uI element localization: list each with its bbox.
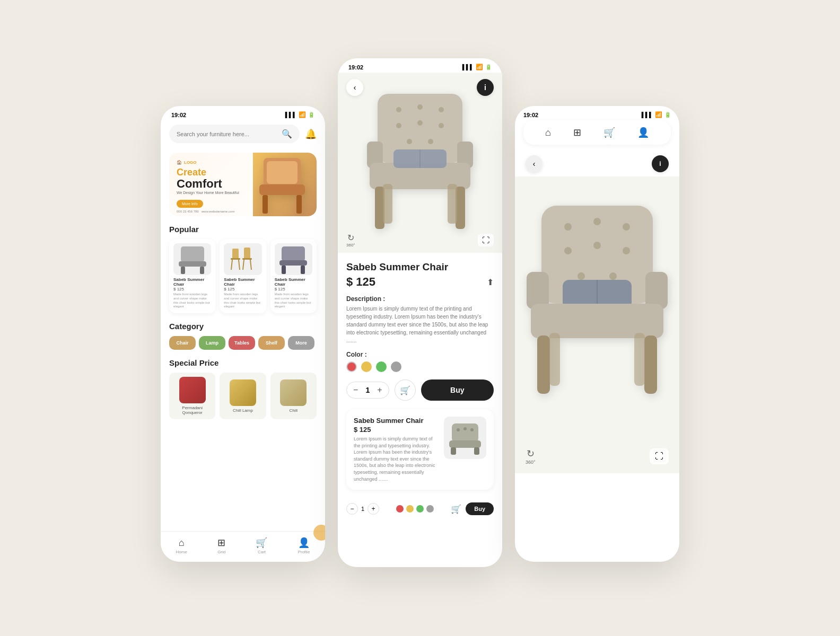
svg-rect-63 <box>634 333 645 386</box>
mini-decrease-button[interactable]: − <box>346 503 358 515</box>
list-item[interactable]: Permadani Qonqueror <box>169 373 215 419</box>
svg-point-53 <box>578 272 585 280</box>
rotate-360-button[interactable]: ↻ 360° <box>346 233 355 248</box>
color-option-green[interactable] <box>376 361 387 372</box>
mini-product-image <box>444 417 486 459</box>
signal-icon: ▌▌▌ <box>285 112 296 118</box>
mini-color-selector <box>396 505 434 513</box>
info-button[interactable]: i <box>477 79 494 96</box>
banner-image <box>253 153 317 216</box>
category-chip-more[interactable]: More <box>288 336 314 350</box>
svg-rect-4 <box>267 161 298 184</box>
svg-rect-44 <box>451 447 456 455</box>
search-input[interactable] <box>177 131 277 137</box>
back-button-3[interactable]: ‹ <box>526 155 542 172</box>
banner-cta-button[interactable]: More Info <box>177 200 203 208</box>
decoration-blob <box>313 525 325 541</box>
svg-rect-20 <box>301 266 305 274</box>
color-option-gray[interactable] <box>391 361 401 372</box>
quantity-increase-button[interactable]: + <box>377 385 382 395</box>
home-nav-icon[interactable]: ⌂ <box>545 127 551 138</box>
mini-buy-button[interactable]: Buy <box>466 502 494 515</box>
search-icon: 🔍 <box>282 129 292 139</box>
svg-point-23 <box>417 104 423 110</box>
category-chip-tables[interactable]: Tables <box>229 336 255 350</box>
expand-button[interactable]: ⛶ <box>650 448 669 464</box>
status-icons-1: ▌▌▌ 📶 🔋 <box>285 111 314 118</box>
bottom-nav-1: ⌂ Home ⊞ Grid 🛒 Cart 👤 Profile <box>161 531 325 562</box>
popular-title: Popular <box>169 225 317 234</box>
fullscreen-button[interactable]: ⛶ <box>478 234 494 246</box>
nav-grid[interactable]: ⊞ Grid <box>217 537 225 554</box>
mini-color-green[interactable] <box>416 505 424 513</box>
svg-rect-37 <box>383 184 392 224</box>
phone-home: 19:02 ▌▌▌ 📶 🔋 🔍 🔔 🏠LOGO Create Comfort W… <box>161 106 325 562</box>
top-navigation-bar: ⌂ ⊞ 🛒 👤 <box>523 120 671 145</box>
nav-home[interactable]: ⌂ Home <box>176 537 187 554</box>
mini-color-gray[interactable] <box>426 505 434 513</box>
grid-nav-icon[interactable]: ⊞ <box>573 127 581 138</box>
nav-cart[interactable]: 🛒 Cart <box>256 537 267 554</box>
category-chip-shelf[interactable]: Shelf <box>258 336 285 350</box>
rotate-360-button-3[interactable]: ↻ 360° <box>526 448 536 465</box>
quantity-decrease-button[interactable]: − <box>353 385 358 395</box>
mini-product-price: $ 125 <box>354 426 438 434</box>
buy-button[interactable]: Buy <box>421 379 494 401</box>
svg-point-50 <box>564 247 572 254</box>
battery-icon-2: 🔋 <box>485 64 492 70</box>
color-option-yellow[interactable] <box>361 361 372 372</box>
mini-color-red[interactable] <box>396 505 404 513</box>
svg-rect-57 <box>527 272 549 309</box>
info-button-3[interactable]: i <box>652 155 669 172</box>
svg-line-15 <box>243 260 244 270</box>
signal-icon-3: ▌▌▌ <box>642 112 653 118</box>
svg-rect-18 <box>279 260 307 266</box>
category-title: Category <box>169 322 317 331</box>
color-option-red[interactable] <box>346 361 357 372</box>
svg-rect-1 <box>259 184 305 195</box>
category-chip-chair[interactable]: Chair <box>169 336 196 350</box>
category-chip-lamp[interactable]: Lamp <box>199 336 225 350</box>
category-list: Chair Lamp Tables Shelf More <box>169 336 317 350</box>
profile-nav-icon[interactable]: 👤 <box>637 127 649 138</box>
cart-nav-icon[interactable]: 🛒 <box>603 127 615 138</box>
nav-profile[interactable]: 👤 Profile <box>298 537 310 554</box>
bell-icon[interactable]: 🔔 <box>305 128 317 140</box>
list-item[interactable]: Chill Lamp <box>220 373 266 419</box>
mini-cart-icon[interactable]: 🛒 <box>451 504 461 514</box>
status-icons-3: ▌▌▌ 📶 🔋 <box>642 111 671 118</box>
list-item[interactable]: Sabeb Summer Chair $ 125 Made from woode… <box>270 239 317 313</box>
svg-point-26 <box>417 120 423 126</box>
view-controls: ↻ 360° ⛶ <box>338 233 502 248</box>
svg-rect-43 <box>449 440 481 448</box>
description-text: Lorem Ipsum is simply dummy text of the … <box>346 305 494 344</box>
special-price-title: Special Price <box>169 358 317 367</box>
large-view-controls: ↻ 360° ⛶ <box>515 448 679 465</box>
list-item[interactable]: Sabeb Summer Chair $ 125 Made from woode… <box>220 239 266 313</box>
list-item[interactable]: Sabeb Summer Chair $ 125 Made from woode… <box>169 239 215 313</box>
mini-quantity-value: 1 <box>361 506 364 512</box>
svg-rect-9 <box>232 249 239 259</box>
add-to-cart-icon-button[interactable]: 🛒 <box>395 379 416 401</box>
mini-quantity-control[interactable]: − 1 + <box>346 503 379 515</box>
mini-increase-button[interactable]: + <box>368 503 379 515</box>
share-button[interactable]: ⬆ <box>487 277 494 287</box>
svg-line-16 <box>250 260 251 270</box>
status-icons-2: ▌▌▌ 📶 🔋 <box>462 64 492 70</box>
wifi-icon: 📶 <box>299 111 306 118</box>
wifi-icon-2: 📶 <box>476 64 483 70</box>
special-price-list: Permadani Qonqueror Chill Lamp Chill <box>169 373 317 419</box>
product-image-area: ‹ i <box>338 73 502 253</box>
battery-icon-1: 🔋 <box>308 112 314 118</box>
svg-rect-39 <box>452 423 478 442</box>
list-item[interactable]: Chill <box>270 373 317 419</box>
svg-point-28 <box>407 139 412 144</box>
related-product-card: Sabeb Summer Chair $ 125 Lorem Ipsum is … <box>346 409 494 490</box>
svg-rect-62 <box>549 333 560 386</box>
back-button[interactable]: ‹ <box>346 79 363 96</box>
quantity-control[interactable]: − 1 + <box>346 382 389 399</box>
svg-rect-59 <box>531 304 663 338</box>
status-bar-3: 19:02 ▌▌▌ 📶 🔋 <box>515 106 679 120</box>
search-container[interactable]: 🔍 <box>169 125 300 143</box>
mini-color-yellow[interactable] <box>406 505 414 513</box>
